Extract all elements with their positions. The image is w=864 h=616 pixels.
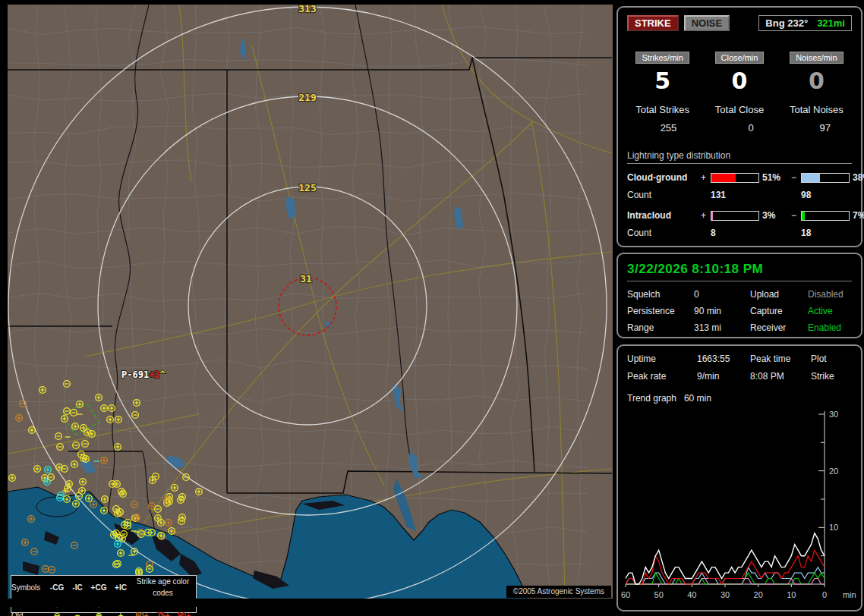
distribution-title: Lightning type distribution: [627, 150, 852, 164]
legend-col-cg-pos: +CG: [87, 582, 110, 593]
trend-graph-label: Trend graph: [627, 393, 676, 404]
total-strikes-value: 255: [627, 122, 698, 134]
old-cg-pos-icon: ⊕: [87, 610, 110, 616]
ring-label-125: 125: [298, 182, 316, 193]
ic-neg-bar: [801, 211, 850, 221]
total-noises-value: 97: [781, 122, 852, 134]
cloud-ground-label: Cloud-ground: [627, 172, 701, 183]
minus-sign: −: [791, 172, 801, 183]
upload-status: Disabled: [808, 289, 852, 300]
storm-cell-label: P-691+2^: [121, 369, 166, 380]
svg-text:30: 30: [721, 590, 730, 599]
plus-sign: +: [701, 210, 711, 221]
capture-label: Capture: [750, 306, 808, 316]
peak-time-label: Peak time: [750, 354, 811, 364]
legend-symbols-header: Symbols: [11, 582, 46, 593]
ic-neg-count: 18: [791, 228, 852, 238]
svg-text:10: 10: [787, 590, 796, 599]
ring-label-313: 313: [298, 5, 316, 14]
cg-pos-count: 131: [701, 190, 791, 200]
counters-panel: STRIKE NOISE Bng 232° 321mi Strikes/min …: [616, 6, 862, 247]
legend-col-ic-pos: +IC: [110, 582, 131, 593]
total-strikes-label: Total Strikes: [627, 104, 698, 115]
squelch-value: 0: [694, 289, 750, 300]
status-panel: 3/22/2026 8:10:18 PM Squelch 0 Upload Di…: [616, 253, 862, 338]
intracloud-counts: Count 8 18: [627, 228, 852, 238]
intracloud-label: Intracloud: [627, 210, 701, 221]
ic-neg-pct: 7%: [850, 210, 864, 221]
cg-count-label: Count: [627, 190, 701, 200]
total-close-value: 0: [704, 122, 774, 134]
cloud-ground-row: Cloud-ground + 51% − 38%: [627, 172, 852, 183]
ic-count-label: Count: [627, 228, 701, 238]
datetime-display: 3/22/2026 8:10:18 PM: [627, 262, 852, 281]
bearing-label: Bng 232°: [765, 17, 808, 29]
app-window: 313 219 125 31 P-691+2^ Symbols -CG -IC …: [0, 0, 864, 616]
noises-per-min-label: Noises/min: [790, 52, 843, 64]
cloud-ground-counts: Count 131 98: [627, 190, 852, 200]
receiver-status: Enabled: [808, 322, 852, 333]
bearing-readout: Bng 232° 321mi: [758, 15, 852, 31]
ic-pos-pct: 3%: [759, 210, 791, 221]
map-canvas: 313 219 125 31 P-691+2^: [8, 5, 613, 607]
svg-text:10: 10: [829, 523, 838, 532]
receiver-label: Receiver: [750, 322, 808, 333]
cg-pos-bar: [711, 173, 759, 183]
uptime-value: 1663:55: [697, 354, 750, 364]
svg-text:20: 20: [829, 467, 838, 476]
trend-window-value: 60 min: [684, 393, 711, 404]
map-bottom-bar: [8, 599, 613, 607]
old-cg-neg-icon: ⊖: [46, 610, 68, 616]
minus-sign: −: [791, 210, 801, 221]
total-close-label: Total Close: [704, 104, 774, 115]
old-ic-neg-icon: −: [68, 610, 87, 616]
noise-button[interactable]: NOISE: [684, 15, 730, 31]
copyright-text: ©2005 Astrogenic Systems: [506, 586, 611, 598]
ic-pos-count: 8: [701, 228, 791, 238]
squelch-label: Squelch: [627, 289, 694, 300]
trend-panel: Uptime 1663:55 Peak time Plot Peak rate …: [616, 344, 862, 611]
plot-label: Plot: [811, 354, 852, 364]
plus-sign: +: [701, 172, 711, 183]
close-per-min-label: Close/min: [715, 52, 765, 64]
uptime-label: Uptime: [627, 354, 697, 364]
svg-text:40: 40: [687, 590, 696, 599]
strike-button[interactable]: STRIKE: [627, 15, 679, 31]
cg-neg-bar: [801, 173, 850, 183]
strike-legend: Symbols -CG -IC +CG +IC Strike age color…: [11, 575, 197, 613]
legend-col-ic-neg: -IC: [68, 582, 87, 593]
legend-old-label: Old: [11, 610, 46, 616]
svg-text:30: 30: [829, 410, 838, 419]
trend-graph: 1020306050403020100min: [620, 405, 858, 607]
noises-per-min-value: 0: [781, 68, 852, 94]
svg-text:min: min: [843, 590, 856, 599]
peak-time-value: 8:08 PM: [750, 371, 811, 382]
legend-col-cg-neg: -CG: [46, 582, 68, 593]
peak-rate-value: 9/min: [697, 371, 750, 382]
upload-label: Upload: [750, 289, 808, 300]
age-code-75: 75+: [153, 610, 174, 616]
close-per-min-value: 0: [704, 68, 774, 94]
range-label: Range: [627, 322, 694, 333]
range-value: 313 mi: [694, 322, 750, 333]
age-code-60: 60+: [131, 610, 153, 616]
capture-status: Active: [808, 306, 852, 316]
svg-text:20: 20: [754, 590, 763, 599]
persistence-label: Persistence: [627, 306, 694, 316]
total-noises-label: Total Noises: [781, 104, 852, 115]
strikes-per-min-value: 5: [627, 68, 698, 94]
persistence-value: 90 min: [694, 306, 750, 316]
svg-text:50: 50: [654, 590, 664, 599]
peak-rate-label: Peak rate: [627, 371, 697, 382]
cg-neg-pct: 38%: [850, 172, 864, 183]
old-ic-pos-icon: +: [110, 610, 131, 616]
lightning-map[interactable]: 313 219 125 31 P-691+2^ Symbols -CG -IC …: [8, 5, 613, 607]
age-code-90: 90+: [174, 610, 194, 616]
bearing-distance: 321mi: [817, 17, 845, 29]
intracloud-row: Intracloud + 3% − 7%: [627, 210, 852, 221]
ring-label-31: 31: [300, 273, 312, 284]
cg-pos-pct: 51%: [759, 172, 791, 183]
svg-text:60: 60: [621, 590, 630, 599]
strikes-per-min-label: Strikes/min: [635, 52, 689, 64]
ring-label-219: 219: [298, 92, 316, 103]
